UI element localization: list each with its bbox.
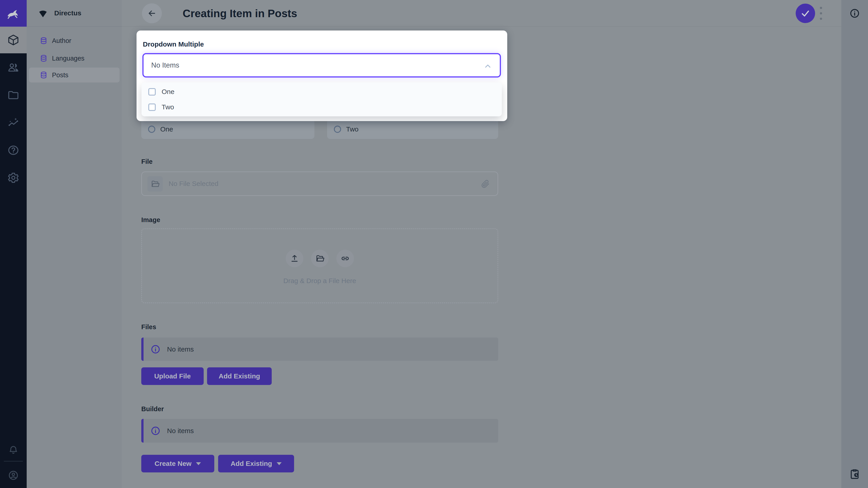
project-name: Directus [54, 9, 81, 17]
info-icon [150, 426, 161, 436]
notifications-button[interactable] [0, 441, 27, 459]
info-icon [849, 8, 860, 19]
directus-logo[interactable] [0, 0, 27, 27]
builder-field-label: Builder [141, 405, 164, 413]
module-bar-divider [4, 461, 23, 462]
caret-down-icon [277, 462, 282, 465]
revisions-sidebar-button[interactable] [841, 467, 868, 481]
radio-label: One [160, 125, 173, 133]
files-add-existing-button[interactable]: Add Existing [207, 367, 272, 385]
clipboard-clock-icon [849, 468, 861, 480]
radio-field-one[interactable]: One [141, 119, 314, 139]
dropdown-multiple-popup: Dropdown Multiple No Items One Two [136, 31, 507, 121]
upload-device-button[interactable] [286, 250, 303, 267]
option-one[interactable]: One [142, 84, 502, 99]
dropzone-text: Drag & Drop a File Here [142, 277, 498, 285]
import-from-url-button[interactable] [336, 250, 354, 267]
link-icon [341, 254, 350, 263]
builder-empty-notice: No items [141, 419, 498, 443]
people-icon [7, 61, 20, 74]
select-value: No Items [151, 61, 179, 69]
module-item-content[interactable] [0, 27, 27, 53]
avatar-icon [8, 470, 19, 481]
files-empty-text: No items [167, 346, 194, 353]
choose-from-library-button[interactable] [311, 250, 329, 267]
button-label: Upload File [154, 372, 191, 380]
bell-icon [8, 445, 19, 455]
sidebar-item-author[interactable]: Author [29, 33, 120, 48]
button-label: Add Existing [219, 372, 260, 380]
right-sidebar-strip [841, 0, 868, 488]
page-title: Creating Item in Posts [183, 7, 297, 20]
trending-sparkle-icon [7, 117, 20, 129]
builder-add-existing-button[interactable]: Add Existing [218, 455, 294, 473]
dropdown-select[interactable]: No Items [143, 53, 501, 77]
create-new-button[interactable]: Create New [141, 455, 214, 473]
option-label: Two [162, 103, 174, 111]
sidebar-item-label: Languages [52, 55, 85, 62]
collections-sidebar: Directus Author Languages [27, 0, 122, 488]
project-header[interactable]: Directus [27, 0, 122, 27]
module-item-file-library[interactable] [0, 82, 27, 108]
user-menu-button[interactable] [0, 466, 27, 484]
directus-fan-icon [37, 7, 49, 19]
dropdown-options-menu: One Two [142, 83, 502, 116]
radio-icon[interactable] [334, 126, 341, 133]
sidebar-item-label: Posts [52, 71, 68, 79]
folder-open-icon [151, 180, 160, 188]
save-button[interactable] [796, 4, 815, 23]
button-label: Create New [155, 460, 191, 467]
info-sidebar-button[interactable] [841, 8, 868, 19]
module-item-settings[interactable] [0, 164, 27, 191]
files-field-label: Files [141, 323, 156, 331]
sidebar-item-label: Author [52, 37, 71, 44]
back-button[interactable] [142, 3, 162, 23]
files-empty-notice: No items [141, 337, 498, 361]
file-input[interactable]: No File Selected [141, 171, 498, 196]
sidebar-item-languages[interactable]: Languages [29, 51, 120, 66]
arrow-left-icon [147, 8, 157, 18]
database-icon [40, 37, 48, 44]
check-icon [800, 8, 811, 19]
radio-icon[interactable] [148, 126, 155, 133]
checkbox-icon[interactable] [148, 103, 156, 111]
radio-label: Two [346, 125, 359, 133]
upload-icon [290, 254, 299, 263]
upload-file-button[interactable]: Upload File [141, 367, 204, 385]
dropdown-field-label: Dropdown Multiple [143, 40, 204, 48]
module-item-documentation[interactable] [0, 137, 27, 164]
database-icon [40, 71, 48, 79]
attach-file-button[interactable] [480, 179, 490, 188]
radio-field-two[interactable]: Two [327, 119, 498, 139]
rabbit-logo-icon [5, 5, 22, 22]
builder-empty-text: No items [167, 427, 194, 435]
image-dropzone[interactable]: Drag & Drop a File Here [141, 228, 498, 303]
page-header: Creating Item in Posts [122, 0, 841, 27]
file-field-label: File [141, 158, 153, 165]
module-bar [0, 0, 27, 488]
checkbox-icon[interactable] [148, 88, 156, 96]
help-icon [7, 144, 20, 156]
caret-down-icon [196, 462, 201, 465]
folder-icon [7, 89, 20, 101]
database-icon [40, 55, 48, 62]
image-field-label: Image [141, 216, 160, 224]
option-two[interactable]: Two [142, 99, 502, 115]
module-item-user-directory[interactable] [0, 54, 27, 81]
option-label: One [162, 88, 175, 96]
gear-icon [7, 172, 20, 184]
chevron-up-icon [483, 61, 493, 71]
folder-open-icon [315, 254, 324, 263]
app-window: Directus Author Languages [0, 0, 868, 488]
sidebar-item-posts[interactable]: Posts [29, 68, 120, 83]
info-icon [150, 344, 161, 355]
file-placeholder: No File Selected [168, 172, 218, 195]
button-label: Add Existing [230, 460, 272, 467]
more-options-button[interactable] [819, 7, 823, 20]
module-item-insights[interactable] [0, 109, 27, 136]
box-icon [7, 34, 20, 46]
browse-files-button[interactable] [147, 176, 163, 192]
